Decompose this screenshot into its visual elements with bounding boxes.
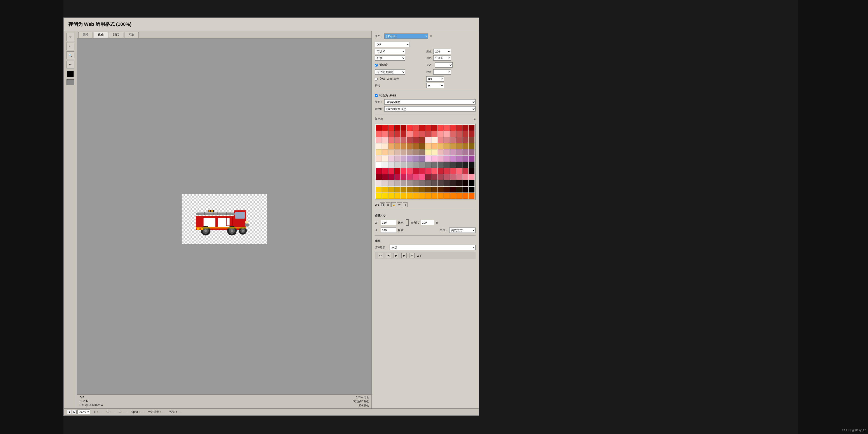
palette-cell-50[interactable] <box>388 143 394 149</box>
palette-cell-114[interactable] <box>388 168 394 174</box>
palette-cell-141[interactable] <box>456 174 462 180</box>
palette-cell-185[interactable] <box>431 193 437 198</box>
palette-cell-127[interactable] <box>469 168 474 174</box>
palette-cell-42[interactable] <box>438 137 444 143</box>
palette-cell-74[interactable] <box>438 149 444 155</box>
preset-menu-icon[interactable]: ≡ <box>430 34 432 38</box>
trans-dither-select[interactable]: 无透明度仿色 <box>375 69 405 74</box>
palette-cell-123[interactable] <box>444 168 450 174</box>
hand-tool-btn[interactable]: ☞ <box>66 33 74 41</box>
lossy-select[interactable]: 0 <box>426 83 444 88</box>
palette-cell-191[interactable] <box>469 193 474 198</box>
palette-cell-106[interactable] <box>438 162 444 168</box>
palette-cell-96[interactable] <box>376 162 382 168</box>
palette-cell-135[interactable] <box>419 174 425 180</box>
palette-cell-140[interactable] <box>450 174 456 180</box>
palette-cell-118[interactable] <box>413 168 419 174</box>
palette-cell-82[interactable] <box>388 156 394 161</box>
palette-cell-36[interactable] <box>401 137 406 143</box>
palette-cell-44[interactable] <box>450 137 456 143</box>
palette-cell-119[interactable] <box>419 168 425 174</box>
palette-cell-60[interactable] <box>450 143 456 149</box>
palette-cell-46[interactable] <box>462 137 468 143</box>
palette-cell-13[interactable] <box>456 125 462 131</box>
srgb-checkbox[interactable] <box>375 94 378 97</box>
palette-cell-90[interactable] <box>438 156 444 161</box>
palette-cell-101[interactable] <box>407 162 412 168</box>
palette-cell-26[interactable] <box>438 131 444 137</box>
palette-cell-35[interactable] <box>394 137 400 143</box>
palette-cell-113[interactable] <box>382 168 388 174</box>
palette-cell-132[interactable] <box>401 174 406 180</box>
palette-cell-104[interactable] <box>425 162 431 168</box>
palette-cell-85[interactable] <box>407 156 412 161</box>
palette-cell-122[interactable] <box>438 168 444 174</box>
palette-cell-47[interactable] <box>469 137 474 143</box>
zoom-in-btn[interactable]: ▶ <box>72 410 76 414</box>
palette-cell-144[interactable] <box>376 180 382 186</box>
palette-menu-icon[interactable]: ≡ <box>474 117 475 121</box>
palette-cell-171[interactable] <box>444 187 450 192</box>
palette-cell-23[interactable] <box>419 131 425 137</box>
matte-select[interactable] <box>435 62 453 68</box>
interlace-checkbox[interactable] <box>375 78 378 81</box>
palette-cell-4[interactable] <box>401 125 406 131</box>
palette-cell-66[interactable] <box>388 149 394 155</box>
palette-cell-111[interactable] <box>469 162 474 168</box>
palette-cell-167[interactable] <box>419 187 425 192</box>
palette-cell-131[interactable] <box>394 174 400 180</box>
zoom-out-btn[interactable]: ◀ <box>67 410 71 414</box>
palette-cell-177[interactable] <box>382 193 388 198</box>
palette-cell-89[interactable] <box>431 156 437 161</box>
palette-cell-19[interactable] <box>394 131 400 137</box>
palette-cell-80[interactable] <box>376 156 382 161</box>
palette-cell-154[interactable] <box>438 180 444 186</box>
palette-cell-56[interactable] <box>425 143 431 149</box>
palette-cell-92[interactable] <box>450 156 456 161</box>
palette-cell-22[interactable] <box>413 131 419 137</box>
palette-cell-0[interactable] <box>376 125 382 131</box>
palette-cell-87[interactable] <box>419 156 425 161</box>
palette-cell-2[interactable] <box>388 125 394 131</box>
palette-cell-20[interactable] <box>401 131 406 137</box>
palette-cell-27[interactable] <box>444 131 450 137</box>
palette-cell-158[interactable] <box>462 180 468 186</box>
palette-cell-65[interactable] <box>382 149 388 155</box>
palette-cell-30[interactable] <box>462 131 468 137</box>
preview-select[interactable]: 显示器颜色 <box>384 99 475 104</box>
web-color-select[interactable]: 0% <box>426 76 444 82</box>
palette-cell-86[interactable] <box>413 156 419 161</box>
palette-cell-172[interactable] <box>450 187 456 192</box>
slice-tool-btn[interactable]: ✂ <box>66 42 74 50</box>
palette-cell-103[interactable] <box>419 162 425 168</box>
format-select[interactable]: GIF <box>375 42 410 47</box>
width-input[interactable] <box>381 220 396 225</box>
palette-cell-130[interactable] <box>388 174 394 180</box>
btn-prev[interactable]: ◀ <box>386 253 391 258</box>
palette-cell-31[interactable] <box>469 131 474 137</box>
palette-cell-136[interactable] <box>425 174 431 180</box>
palette-cell-110[interactable] <box>462 162 468 168</box>
palette-cell-148[interactable] <box>401 180 406 186</box>
palette-cell-126[interactable] <box>462 168 468 174</box>
tab-quad[interactable]: 四联 <box>124 32 139 38</box>
btn-last[interactable]: ⏭ <box>409 253 414 258</box>
palette-cell-128[interactable] <box>376 174 382 180</box>
palette-cell-76[interactable] <box>450 149 456 155</box>
palette-cell-5[interactable] <box>407 125 412 131</box>
palette-cell-39[interactable] <box>419 137 425 143</box>
palette-cell-52[interactable] <box>401 143 406 149</box>
palette-cell-95[interactable] <box>469 156 474 161</box>
palette-cell-1[interactable] <box>382 125 388 131</box>
palette-cell-7[interactable] <box>419 125 425 131</box>
palette-cell-71[interactable] <box>419 149 425 155</box>
palette-cell-164[interactable] <box>401 187 406 192</box>
palette-cell-57[interactable] <box>431 143 437 149</box>
palette-web-btn[interactable]: W <box>397 203 402 207</box>
palette-cell-25[interactable] <box>431 131 437 137</box>
palette-cell-49[interactable] <box>382 143 388 149</box>
palette-cell-124[interactable] <box>450 168 456 174</box>
diffuse-select[interactable]: 扩散 <box>375 55 405 61</box>
palette-cell-107[interactable] <box>444 162 450 168</box>
color-select[interactable]: 256 <box>433 49 451 54</box>
